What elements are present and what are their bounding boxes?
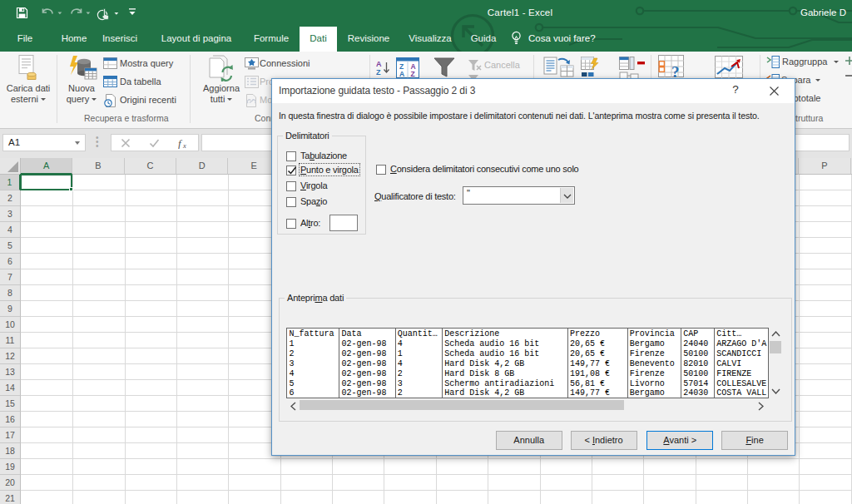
column-break-line[interactable] (714, 329, 715, 398)
row-header-7[interactable]: 7 (0, 269, 21, 285)
vscroll-thumb[interactable] (770, 341, 781, 353)
row-header-3[interactable]: 3 (0, 206, 21, 222)
checkbox-label-punto-e-virgola[interactable]: Punto e virgola (300, 165, 359, 175)
tab-formule[interactable]: Formule (248, 25, 295, 52)
checkbox-spazio[interactable] (286, 197, 296, 207)
checkbox-considera-delimitatori-consecutivi[interactable] (376, 165, 386, 175)
filter-icon (433, 57, 455, 77)
column-break-line[interactable] (442, 329, 443, 398)
column-break-line[interactable] (627, 329, 628, 398)
other-delimiter-input[interactable] (329, 215, 358, 231)
scroll-left-icon[interactable] (290, 402, 296, 411)
touch-mode-icon[interactable] (97, 7, 120, 21)
checkbox-label-tabulazione[interactable]: Tabulazione (300, 151, 347, 161)
combobox-dropdown-button[interactable] (560, 188, 573, 203)
row-header-18[interactable]: 18 (0, 443, 21, 459)
column-header-A[interactable]: A (21, 158, 72, 175)
row-header-14[interactable]: 14 (0, 380, 21, 396)
preview-column-data: Data 02-gen-98 02-gen-98 02-gen-98 02-ge… (342, 329, 387, 398)
row-header-17[interactable]: 17 (0, 427, 21, 443)
fill-handle[interactable] (69, 187, 73, 191)
row-header-9[interactable]: 9 (0, 301, 21, 317)
row-header-6[interactable]: 6 (0, 254, 21, 269)
tab-dati[interactable]: Dati (300, 27, 338, 52)
account-name[interactable]: Gabriele D (800, 7, 846, 17)
checkbox-label-altro-[interactable]: Altro: (300, 218, 320, 228)
row-header-12[interactable]: 12 (0, 348, 21, 364)
column-break-line[interactable] (339, 329, 339, 398)
flash-fill-icon (581, 57, 600, 70)
dialog-description: In questa finestra di dialogo è possibil… (279, 111, 760, 121)
preview-column-provincia: Provincia Bergamo Firenze Benevento Fire… (630, 329, 675, 398)
edit-links-icon (245, 94, 259, 107)
dialog-title-bar[interactable]: Importazione guidata testo - Passaggio 2… (272, 79, 795, 103)
selected-cell-A1[interactable] (20, 174, 72, 190)
tab-inserisci[interactable]: Inserisci (97, 25, 142, 52)
tab-revisione[interactable]: Revisione (343, 25, 394, 52)
customize-quick-access-icon[interactable] (128, 7, 136, 17)
gridline (21, 458, 852, 459)
column-break-line[interactable] (681, 329, 681, 398)
tab-visualizza[interactable]: Visualizza (404, 25, 457, 52)
confirm-entry-icon[interactable] (149, 138, 160, 148)
button-avanti-[interactable]: Avanti > (646, 431, 713, 450)
column-header-B[interactable]: B (72, 158, 124, 175)
row-header-11[interactable]: 11 (0, 333, 21, 348)
column-header-D[interactable]: D (176, 158, 228, 175)
cancel-entry-icon[interactable] (121, 138, 131, 148)
checkbox-label-virgola[interactable]: Virgola (300, 180, 327, 190)
text-qualifier-combobox[interactable]: " (463, 186, 575, 205)
formula-bar-splitter[interactable]: ••• (96, 136, 99, 151)
row-header-1[interactable]: 1 (0, 175, 21, 190)
row-header-4[interactable]: 4 (0, 222, 21, 238)
tab-guida[interactable]: Guida (464, 25, 503, 52)
dialog-close-button[interactable] (765, 82, 783, 100)
gridline (21, 490, 852, 491)
row-header-5[interactable]: 5 (0, 238, 21, 254)
tab-file[interactable]: File (10, 25, 40, 52)
row-header-20[interactable]: 20 (0, 475, 21, 491)
undo-icon[interactable] (41, 7, 62, 19)
hscroll-thumb[interactable] (300, 400, 624, 410)
checkbox-tabulazione[interactable] (286, 151, 296, 161)
select-all-corner[interactable] (0, 158, 21, 175)
tab-layout-di-pagina[interactable]: Layout di pagina (153, 25, 240, 52)
checkbox-virgola[interactable] (286, 181, 296, 191)
button-annulla[interactable]: Annulla (496, 431, 562, 450)
tell-me-assistant[interactable]: Cosa vuoi fare? (511, 25, 596, 52)
checkbox-altro-[interactable] (286, 219, 296, 229)
redo-icon[interactable] (69, 7, 91, 19)
row-header-19[interactable]: 19 (0, 459, 21, 475)
row-header-8[interactable]: 8 (0, 285, 21, 301)
row-header-10[interactable]: 10 (0, 317, 21, 333)
name-box-dropdown-icon[interactable] (75, 141, 80, 145)
column-header-C[interactable]: C (125, 158, 176, 175)
show-detail-plus-icon (845, 57, 852, 65)
scroll-right-icon[interactable] (758, 402, 764, 411)
checkbox-punto-e-virgola[interactable] (286, 166, 296, 175)
name-box[interactable]: A1 (2, 134, 86, 151)
row-header-13[interactable]: 13 (0, 364, 21, 380)
checkbox-label-considera[interactable]: Considera delimitatori consecutivi come … (390, 164, 578, 174)
insert-function-icon[interactable]: f x (178, 137, 191, 149)
column-header-P[interactable]: P (799, 158, 850, 175)
show-queries-icon (103, 57, 117, 70)
row-header-16[interactable]: 16 (0, 412, 21, 427)
checkbox-label-spazio[interactable]: Spazio (300, 196, 327, 206)
row-header-2[interactable]: 2 (0, 190, 21, 206)
button--indietro[interactable]: < Indietro (571, 431, 637, 450)
column-break-line[interactable] (395, 329, 396, 398)
preview-column-prezzo: Prezzo 20,65 € 20,65 € 149,77 € 191,08 €… (570, 329, 610, 398)
save-icon[interactable] (16, 7, 28, 19)
connessioni-label: Connessioni (260, 57, 310, 70)
tab-home[interactable]: Home (57, 25, 92, 52)
data-preview-table[interactable]: N_fattura 1 2 3 4 5 6Data 02-gen-98 02-g… (286, 328, 769, 398)
column-break-line[interactable] (567, 329, 568, 398)
button-fine[interactable]: Fine (721, 431, 788, 450)
scroll-down-icon[interactable] (771, 388, 780, 394)
dialog-help-button[interactable]: ? (729, 83, 742, 98)
excel-window: Cartel1 - Excel Gabriele D FileHomeInser… (0, 0, 852, 504)
row-header-21[interactable]: 21 (0, 491, 21, 504)
row-header-15[interactable]: 15 (0, 396, 21, 412)
scroll-up-icon[interactable] (771, 331, 780, 337)
